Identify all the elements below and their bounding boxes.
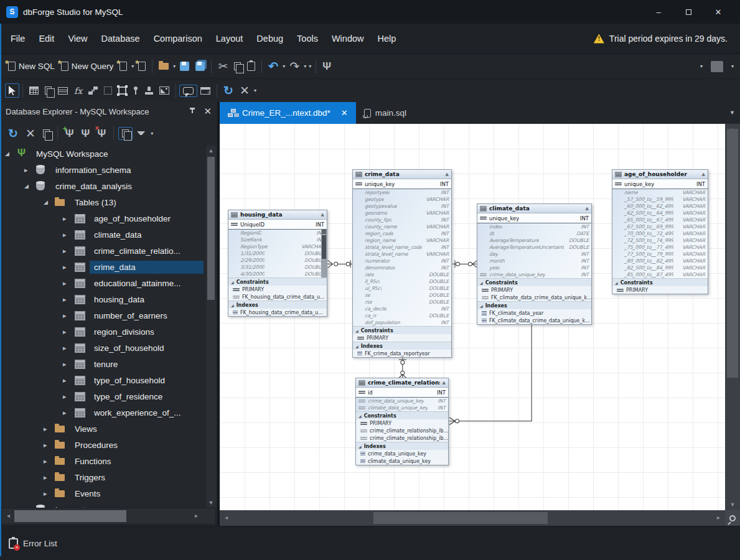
new-document-dropdown[interactable]: ▾	[130, 63, 135, 69]
primary-key-row[interactable]: UniqueID INT	[228, 220, 327, 230]
tree-item[interactable]: crime_climate_relatio...	[0, 243, 217, 259]
menu-item[interactable]: Tools	[290, 31, 325, 46]
tree-item[interactable]: tenure	[0, 356, 217, 372]
column-row[interactable]: 2/29/2000 DOUBLE	[228, 257, 327, 264]
section-row[interactable]: crime_data_unique_key	[356, 450, 448, 457]
expand-arrow-icon[interactable]	[63, 231, 74, 239]
column-row[interactable]: region_name VARCHAR	[353, 237, 451, 244]
entity-header[interactable]: age_of_householder ▲	[612, 170, 708, 179]
column-row[interactable]: _67_500_to__69_999 VARCHAR	[612, 223, 708, 230]
column-row[interactable]: denominator INT	[353, 264, 451, 271]
column-row[interactable]: year INT	[477, 264, 591, 271]
column-row[interactable]: _75_000_to__77_499 VARCHAR	[612, 244, 708, 251]
pin-panel-icon[interactable]	[189, 108, 196, 115]
collapse-icon[interactable]: ▲	[702, 172, 705, 177]
column-row[interactable]: _77_500_to__79_999 VARCHAR	[612, 251, 708, 258]
scrollbar-thumb[interactable]	[14, 510, 126, 522]
column-row[interactable]: month INT	[477, 258, 591, 264]
tree-item[interactable]: housing_data	[0, 291, 217, 307]
connect-button[interactable]: Ψ	[78, 126, 93, 141]
section-row[interactable]: FK_climate_data_crime_data_unique_k...	[477, 294, 591, 301]
column-row[interactable]: ca_rr DOUBLE	[353, 312, 451, 319]
tab-main-sql[interactable]: main.sql	[356, 102, 414, 124]
menu-item[interactable]: Layout	[209, 31, 250, 46]
tab-list-dropdown[interactable]: ▼	[729, 110, 735, 116]
expand-arrow-icon[interactable]	[24, 183, 35, 189]
scrollbar-thumb[interactable]	[373, 512, 548, 524]
show-documents-button[interactable]	[118, 127, 133, 140]
er-entity[interactable]: crime_climate_relationship ▲ id INT	[355, 378, 449, 465]
entity-header[interactable]: crime_data ▲	[353, 170, 451, 179]
minimap-button[interactable]	[197, 85, 213, 96]
tree-item[interactable]: work_experience_of_...	[0, 404, 217, 421]
column-row[interactable]: dof_population INT	[353, 319, 451, 326]
expand-arrow-icon[interactable]	[44, 441, 55, 449]
section-row[interactable]: FK_climate_data_crime_data_unique_k...	[477, 317, 591, 324]
toolbar-overflow[interactable]: ▾	[253, 88, 258, 93]
column-row[interactable]: rse DOUBLE	[353, 299, 451, 306]
column-row[interactable]: climate_data_unique_key INT	[356, 404, 448, 411]
column-row[interactable]: 3/31/2000 DOUBLE	[228, 264, 327, 271]
section-header[interactable]: ◢ Indexes	[356, 442, 448, 450]
tree-item[interactable]: Events	[0, 485, 217, 502]
tree-item[interactable]: Views	[0, 421, 217, 437]
er-diagram-canvas[interactable]: housing_data ▲ UniqueID INT	[220, 124, 725, 510]
column-row[interactable]: region_code INT	[353, 230, 451, 237]
tree-item[interactable]: MySQL Workspace	[0, 146, 217, 162]
scrollbar-thumb[interactable]	[207, 157, 215, 300]
tree-item[interactable]: Triggers	[0, 469, 217, 485]
column-row[interactable]: _60_000_to__62_499 VARCHAR	[612, 203, 708, 210]
scroll-up-icon[interactable]: ▲	[206, 147, 216, 154]
entity-scrollbar[interactable]	[321, 230, 327, 278]
connection-button[interactable]: Ψ	[319, 59, 334, 73]
section-row[interactable]: crime_climate_relationship_ib...	[356, 427, 448, 434]
scroll-right-icon[interactable]: ▸	[195, 512, 198, 519]
column-row[interactable]: se DOUBLE	[353, 292, 451, 299]
toolbar-overflow[interactable]: ▾	[307, 63, 312, 69]
menu-item[interactable]: Comparison	[147, 31, 209, 46]
section-row[interactable]: PRIMARY	[353, 334, 451, 342]
entity-header[interactable]: housing_data ▲	[228, 210, 327, 220]
column-row[interactable]: _85_000_to__87_499 VARCHAR	[612, 271, 708, 278]
menu-item[interactable]: Debug	[250, 31, 290, 46]
tree-vertical-scrollbar[interactable]: ▲ ▼	[206, 146, 216, 508]
new-connection-button[interactable]: Ψ	[62, 126, 77, 141]
expand-arrow-icon[interactable]	[63, 393, 74, 401]
column-row[interactable]: ll_95ci DOUBLE	[353, 278, 451, 285]
section-header[interactable]: ◢ Constraints	[356, 411, 448, 419]
scroll-left-icon[interactable]: ◂	[225, 514, 228, 521]
tree-item[interactable]: educational_attainme...	[0, 275, 217, 291]
tree-item[interactable]: age_of_householder	[0, 210, 217, 226]
tree-item[interactable]: type_of_residence	[0, 388, 217, 404]
menu-item[interactable]: Window	[325, 31, 371, 46]
duplicate-button[interactable]	[40, 128, 53, 139]
tree-item[interactable]: climate_data	[0, 226, 217, 243]
expand-arrow-icon[interactable]	[63, 328, 74, 336]
expand-arrow-icon[interactable]	[63, 296, 74, 304]
column-row[interactable]: rate DOUBLE	[353, 271, 451, 278]
scroll-right-icon[interactable]: ▸	[717, 514, 720, 521]
column-row[interactable]: RegionType VARCHAR	[228, 243, 327, 250]
error-list-button[interactable]: Error List	[23, 539, 57, 548]
column-row[interactable]: AverageTemperatureUncertainty DOUBLE	[477, 244, 591, 251]
section-header[interactable]: ◢ Indexes	[477, 301, 591, 309]
section-row[interactable]: FK_housing_data_crime_data_u...	[228, 293, 327, 301]
column-row[interactable]: RegionID INT	[228, 230, 327, 236]
column-row[interactable]: county_name VARCHAR	[353, 223, 451, 230]
section-header[interactable]: ◢ Indexes	[228, 301, 327, 309]
save-button[interactable]	[177, 60, 192, 73]
tree-item[interactable]: crime_data	[0, 259, 217, 275]
tree-item[interactable]: type_of_household	[0, 372, 217, 388]
column-row[interactable]: dt DATE	[477, 230, 591, 237]
expand-arrow-icon[interactable]	[5, 151, 16, 157]
tree-item[interactable]: number_of_earners	[0, 307, 217, 324]
tree-item[interactable]: Tables (13)	[0, 194, 217, 210]
expand-arrow-icon[interactable]	[63, 344, 74, 352]
tree-item[interactable]: crime_data_analysis	[0, 178, 217, 194]
section-row[interactable]: climate_data_unique_key	[356, 457, 448, 465]
column-row[interactable]: _82_500_to__84_999 VARCHAR	[612, 264, 708, 271]
collapse-icon[interactable]: ▲	[586, 206, 589, 211]
tree-item[interactable]: size_of_household	[0, 340, 217, 356]
column-row[interactable]: strata_level_name VARCHAR	[353, 251, 451, 258]
section-header[interactable]: ◢ Indexes	[353, 342, 451, 350]
